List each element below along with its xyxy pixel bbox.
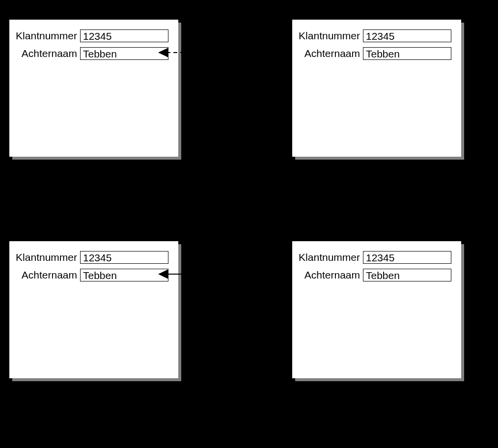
klantnummer-label-tr: Klantnummer bbox=[297, 30, 360, 42]
achternaam-input-br[interactable]: Tebben bbox=[363, 269, 451, 281]
panel-tr: Klantnummer 12345 Achternaam Tebben bbox=[292, 20, 461, 157]
achternaam-label-tl: Achternaam bbox=[14, 48, 77, 59]
panel-bl: Klantnummer 12345 Achternaam Tebben bbox=[9, 241, 178, 378]
achternaam-input-bl[interactable]: Tebben bbox=[80, 269, 168, 281]
klantnummer-input-br[interactable]: 12345 bbox=[363, 251, 451, 264]
klantnummer-label-tl: Klantnummer bbox=[14, 30, 77, 42]
klantnummer-label-bl: Klantnummer bbox=[14, 252, 77, 263]
achternaam-input-tr[interactable]: Tebben bbox=[363, 47, 451, 60]
field-row-achternaam-tr: Achternaam Tebben bbox=[292, 46, 461, 61]
field-row-achternaam-br: Achternaam Tebben bbox=[292, 268, 461, 282]
panel-br: Klantnummer 12345 Achternaam Tebben bbox=[292, 241, 461, 378]
field-row-klantnummer-tr: Klantnummer 12345 bbox=[292, 28, 461, 43]
klantnummer-input-bl[interactable]: 12345 bbox=[80, 251, 168, 264]
klantnummer-input-tl[interactable]: 12345 bbox=[80, 29, 168, 42]
klantnummer-label-br: Klantnummer bbox=[297, 252, 360, 263]
achternaam-label-tr: Achternaam bbox=[297, 48, 360, 59]
field-row-klantnummer-bl: Klantnummer 12345 bbox=[9, 250, 178, 265]
panel-tl: Klantnummer 12345 Achternaam Tebben bbox=[9, 20, 178, 157]
field-row-klantnummer-br: Klantnummer 12345 bbox=[292, 250, 461, 265]
achternaam-label-br: Achternaam bbox=[297, 269, 360, 281]
achternaam-label-bl: Achternaam bbox=[14, 269, 77, 281]
field-row-achternaam-tl: Achternaam Tebben bbox=[9, 46, 178, 61]
achternaam-input-tl[interactable]: Tebben bbox=[80, 47, 168, 60]
field-row-klantnummer-tl: Klantnummer 12345 bbox=[9, 28, 178, 43]
field-row-achternaam-bl: Achternaam Tebben bbox=[9, 268, 178, 282]
klantnummer-input-tr[interactable]: 12345 bbox=[363, 29, 451, 42]
